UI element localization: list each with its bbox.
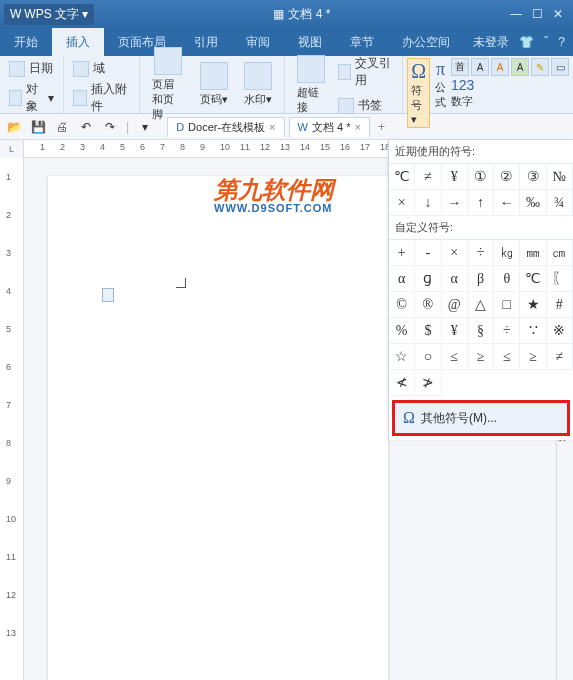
symbol-cell[interactable]: ɡ xyxy=(415,266,441,292)
open-icon[interactable]: 📂 xyxy=(6,119,22,135)
chevron-down-icon: ▾ xyxy=(48,91,54,105)
symbol-cell[interactable]: θ xyxy=(494,266,520,292)
symbol-cell[interactable]: △ xyxy=(468,292,494,318)
symbol-cell[interactable]: 〖 xyxy=(547,266,573,292)
symbol-cell[interactable]: ¾ xyxy=(547,190,573,216)
symbol-cell[interactable]: © xyxy=(389,292,415,318)
help-icon[interactable]: ? xyxy=(558,35,565,49)
symbol-cell[interactable]: ℃ xyxy=(520,266,546,292)
date-button[interactable]: 日期 xyxy=(6,58,57,79)
tab-start[interactable]: 开始 xyxy=(0,28,52,56)
tab-review[interactable]: 审阅 xyxy=(232,28,284,56)
symbol-cell[interactable]: ≤ xyxy=(494,344,520,370)
symbol-cell[interactable]: $ xyxy=(415,318,441,344)
equation-button[interactable]: π 公式 xyxy=(432,58,449,111)
page[interactable] xyxy=(48,176,388,680)
collapse-ribbon-icon[interactable]: ˇ xyxy=(544,35,548,49)
symbol-cell[interactable]: ≠ xyxy=(415,164,441,190)
symbol-cell[interactable]: ℃ xyxy=(389,164,415,190)
new-tab-button[interactable]: + xyxy=(374,120,389,134)
tab-office[interactable]: 办公空间 xyxy=(388,28,464,56)
symbol-cell[interactable]: ≯ xyxy=(415,370,441,396)
symbol-cell[interactable]: ★ xyxy=(520,292,546,318)
symbol-cell[interactable]: × xyxy=(442,240,468,266)
field-button[interactable]: 域 xyxy=(70,58,133,79)
header-footer-button[interactable]: 页眉和页脚 xyxy=(146,45,190,124)
crossref-button[interactable]: 交叉引用 xyxy=(335,53,396,91)
window-controls: — ☐ ✕ xyxy=(510,7,569,21)
symbol-cell[interactable]: ☆ xyxy=(389,344,415,370)
symbol-cell[interactable]: - xyxy=(415,240,441,266)
symbol-cell[interactable]: ≤ xyxy=(442,344,468,370)
symbol-cell[interactable]: ㎜ xyxy=(520,240,546,266)
page-number-button[interactable]: 页码▾ xyxy=(194,60,234,109)
symbol-button[interactable]: Ω 符号▾ xyxy=(407,58,430,128)
redo-icon[interactable]: ↷ xyxy=(102,119,118,135)
symbol-cell[interactable]: ® xyxy=(415,292,441,318)
attach-button[interactable]: 插入附件 xyxy=(70,79,133,117)
symbol-cell[interactable]: α xyxy=(442,266,468,292)
hyperlink-button[interactable]: 超链接 xyxy=(291,53,331,117)
symbol-cell[interactable]: ≥ xyxy=(520,344,546,370)
symbol-cell[interactable]: ¥ xyxy=(442,318,468,344)
symbol-cell[interactable]: § xyxy=(468,318,494,344)
ribbon-group-insert1: 日期 对象▾ xyxy=(0,56,64,113)
watermark-button[interactable]: 水印▾ xyxy=(238,60,278,109)
symbol-cell[interactable]: ① xyxy=(468,164,494,190)
number-button[interactable]: 数字 xyxy=(451,94,509,109)
symbol-cell[interactable]: ¥ xyxy=(442,164,468,190)
print-icon[interactable]: 🖨 xyxy=(54,119,70,135)
symbol-cell[interactable]: ㎏ xyxy=(494,240,520,266)
symbol-cell[interactable]: + xyxy=(389,240,415,266)
tab-chapter[interactable]: 章节 xyxy=(336,28,388,56)
minimize-button[interactable]: — xyxy=(510,7,522,21)
tab-insert[interactable]: 插入 xyxy=(52,28,104,56)
symbol-cell[interactable]: ← xyxy=(494,190,520,216)
symbol-cell[interactable]: β xyxy=(468,266,494,292)
maximize-button[interactable]: ☐ xyxy=(532,7,543,21)
symbol-cell[interactable]: ∵ xyxy=(520,318,546,344)
doctab-doc4[interactable]: W 文档 4 * × xyxy=(289,117,370,137)
close-tab-icon[interactable]: × xyxy=(269,121,275,133)
misc-btn-3[interactable]: ▭ xyxy=(551,58,569,76)
misc-btn-2[interactable]: ✎ xyxy=(531,58,549,76)
skin-icon[interactable]: 👕 xyxy=(519,35,534,49)
symbol-cell[interactable]: № xyxy=(547,164,573,190)
bookmark-button[interactable]: 书签 xyxy=(335,95,396,116)
object-button[interactable]: 对象▾ xyxy=(6,79,57,117)
symbol-cell[interactable]: ÷ xyxy=(494,318,520,344)
symbol-cell[interactable]: ≮ xyxy=(389,370,415,396)
symbol-cell[interactable]: × xyxy=(389,190,415,216)
symbol-cell[interactable]: ② xyxy=(494,164,520,190)
doctab-docer[interactable]: D Docer-在线模板 × xyxy=(167,117,284,137)
dropcap-button[interactable]: 首 xyxy=(451,58,469,76)
symbol-cell[interactable]: # xyxy=(547,292,573,318)
symbol-cell[interactable]: □ xyxy=(494,292,520,318)
undo-icon[interactable]: ↶ xyxy=(78,119,94,135)
wordart-button[interactable]: A xyxy=(491,58,509,76)
vertical-ruler[interactable]: 12345678910111213 xyxy=(0,158,24,680)
login-status[interactable]: 未登录 xyxy=(473,34,509,51)
more-symbols-button[interactable]: Ω 其他符号(M)... xyxy=(392,400,570,436)
misc-btn-1[interactable]: A xyxy=(511,58,529,76)
symbol-cell[interactable]: ③ xyxy=(520,164,546,190)
textbox-button[interactable]: A xyxy=(471,58,489,76)
symbol-cell[interactable]: → xyxy=(442,190,468,216)
symbol-cell[interactable]: ↑ xyxy=(468,190,494,216)
app-badge[interactable]: W WPS 文字 ▾ xyxy=(4,4,94,25)
close-button[interactable]: ✕ xyxy=(553,7,563,21)
symbol-cell[interactable]: ‰ xyxy=(520,190,546,216)
symbol-cell[interactable]: @ xyxy=(442,292,468,318)
symbol-cell[interactable]: ※ xyxy=(547,318,573,344)
symbol-cell[interactable]: α xyxy=(389,266,415,292)
qat-dropdown-icon[interactable]: ▾ xyxy=(137,119,153,135)
symbol-cell[interactable]: ÷ xyxy=(468,240,494,266)
close-tab-icon[interactable]: × xyxy=(354,121,360,133)
symbol-cell[interactable]: ≥ xyxy=(468,344,494,370)
symbol-cell[interactable]: % xyxy=(389,318,415,344)
symbol-cell[interactable]: ㎝ xyxy=(547,240,573,266)
symbol-cell[interactable]: ↓ xyxy=(415,190,441,216)
save-icon[interactable]: 💾 xyxy=(30,119,46,135)
symbol-cell[interactable]: ≠ xyxy=(547,344,573,370)
symbol-cell[interactable]: ○ xyxy=(415,344,441,370)
